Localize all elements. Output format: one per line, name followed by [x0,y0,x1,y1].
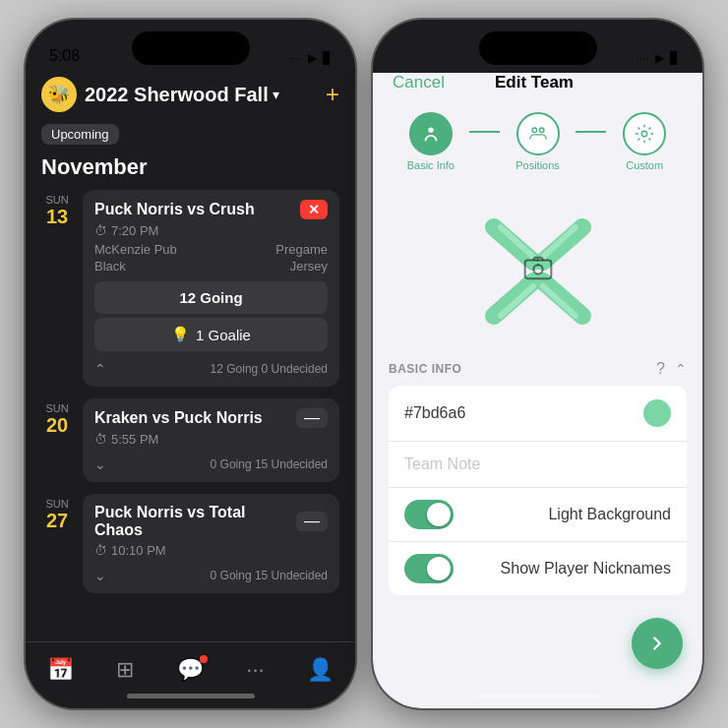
svg-point-1 [532,128,537,133]
phone1-content: 🐝 2022 Sherwood Fall ▾ + Upcoming Novemb… [26,73,355,649]
tab-chat[interactable]: 💬 [177,657,204,683]
home-indicator-2 [474,694,602,698]
team-name[interactable]: 2022 Sherwood Fall [85,84,269,106]
light-background-row[interactable]: Light Background [389,488,687,542]
game-row-3: SUN 27 Puck Norris vs Total Chaos — ⏱ 10… [41,494,339,593]
team-logo-upload[interactable]: + [469,203,607,340]
tab-profile[interactable]: 👤 [307,657,334,683]
show-nicknames-row[interactable]: Show Player Nicknames [389,542,687,595]
game-title-3: Puck Norris vs Total Chaos [94,504,296,539]
jersey-label-1: Jersey [290,259,328,273]
team-note-row[interactable]: Team Note [389,442,687,488]
edit-team-title: Edit Team [495,73,574,92]
team-note-placeholder[interactable]: Team Note [404,455,671,473]
home-indicator-1 [127,694,255,698]
upcoming-badge[interactable]: Upcoming [41,124,119,145]
expand-icon-2[interactable]: ⌄ [94,456,106,472]
team-dropdown-chevron[interactable]: ▾ [273,87,279,102]
camera-overlay: + [522,253,554,291]
expand-icon-3[interactable]: ⌄ [94,568,106,583]
next-step-button[interactable] [632,618,683,669]
collapse-section-button[interactable]: ⌃ [675,361,687,377]
form-section: BASIC INFO ? ⌃ #7bd6a6 [373,360,702,595]
status-icons: ···· ▶ ▊ [289,51,332,65]
more-icon: ··· [246,657,264,683]
tab-calendar[interactable]: 📅 [47,657,74,683]
step-connector-2 [576,131,606,133]
step-1-circle [409,112,453,155]
team-header: 🐝 2022 Sherwood Fall ▾ + [41,73,339,116]
color-hex-input[interactable]: #7bd6a6 [404,404,643,422]
chat-icon: 💬 [177,657,204,683]
add-event-button[interactable]: + [326,81,339,108]
step-basic-info[interactable]: Basic Info [393,112,469,171]
collapse-game-3-button[interactable]: — [296,512,328,531]
going-button-1[interactable]: 12 Going [94,281,328,314]
remove-game-1-button[interactable]: ✕ [300,200,328,219]
day-label-2: SUN [45,402,68,414]
svg-text:+: + [535,256,540,265]
date-badge-1: SUN 13 [41,194,73,228]
phone-1: 5:08 ···· ▶ ▊ 🐝 2022 Sherwood Fa [26,20,355,708]
svg-point-0 [428,128,434,134]
stats-text-1: 12 Going 0 Undecided [211,362,328,376]
step-positions[interactable]: Positions [500,112,576,171]
game-card-2[interactable]: Kraken vs Puck Norris — ⏱ 5:55 PM ⌄ 0 Go… [83,398,339,482]
day-num-2: 20 [46,414,68,437]
profile-icon: 👤 [307,657,334,683]
section-actions: ? ⌃ [656,360,687,378]
clock-icon-1: ⏱ [94,223,107,238]
edit-header: Cancel Edit Team [373,73,702,104]
light-background-label: Light Background [463,506,671,523]
team-logo-emoji: 🐝 [48,84,70,105]
svg-point-3 [641,131,647,137]
steps-bar: Basic Info Positions [373,104,702,187]
game-time-3: ⏱ 10:10 PM [94,543,328,558]
light-background-toggle[interactable] [404,500,454,529]
date-badge-2: SUN 20 [41,402,73,437]
game-jersey-1: Black Jersey [94,259,328,273]
svg-point-5 [533,265,542,273]
color-row[interactable]: #7bd6a6 [389,386,687,442]
day-label-1: SUN [45,194,68,206]
cancel-button[interactable]: Cancel [393,73,445,92]
step-3-circle [623,112,666,155]
section-header: BASIC INFO ? ⌃ [389,360,687,378]
day-num-3: 27 [46,510,68,532]
status-icons-2: ····▶▊ [637,51,679,65]
collapse-game-2-button[interactable]: — [296,408,328,428]
status-time: 5:08 [49,47,80,65]
collapse-icon-1[interactable]: ⌃ [94,361,106,377]
game-time-2: ⏱ 5:55 PM [94,432,328,447]
game-time-1: ⏱ 7:20 PM [94,223,328,238]
stats-row-1: ⌃ 12 Going 0 Undecided [94,357,328,377]
goalie-button-1[interactable]: 💡 1 Goalie [94,318,328,351]
stats-text-2: 0 Going 15 Undecided [211,457,328,471]
step-custom[interactable]: Custom [606,112,683,171]
show-nicknames-toggle[interactable] [404,554,454,583]
day-label-3: SUN [45,498,68,510]
color-dot[interactable] [643,399,671,427]
roster-icon: ⊞ [116,657,134,683]
expand-row-2: ⌄ 0 Going 15 Undecided [94,451,328,472]
clock-icon-2: ⏱ [94,432,107,447]
stats-text-3: 0 Going 15 Undecided [211,569,328,582]
calendar-icon: 📅 [47,657,74,683]
location-label-1: McKenzie Pub [94,242,177,257]
expand-row-3: ⌄ 0 Going 15 Undecided [94,562,328,583]
phone2-content: Cancel Edit Team Basic Info [373,73,702,708]
game-row: SUN 13 Puck Norris vs Crush ✕ ⏱ 7:20 PM [41,190,339,387]
tab-more[interactable]: ··· [246,657,264,683]
form-card: #7bd6a6 Team Note Light Background [389,386,687,595]
game-card-3[interactable]: Puck Norris vs Total Chaos — ⏱ 10:10 PM … [83,494,339,593]
step-1-label: Basic Info [407,159,455,171]
game-title-1: Puck Norris vs Crush [94,201,300,218]
step-3-label: Custom [626,159,663,171]
help-icon[interactable]: ? [656,360,665,378]
step-connector-1 [469,131,500,133]
game-title-2: Kraken vs Puck Norris [94,409,296,427]
date-badge-3: SUN 27 [41,498,73,532]
game-card-1[interactable]: Puck Norris vs Crush ✕ ⏱ 7:20 PM McKenzi… [83,190,339,387]
tab-roster[interactable]: ⊞ [116,657,134,683]
logo-area[interactable]: + [373,187,702,360]
